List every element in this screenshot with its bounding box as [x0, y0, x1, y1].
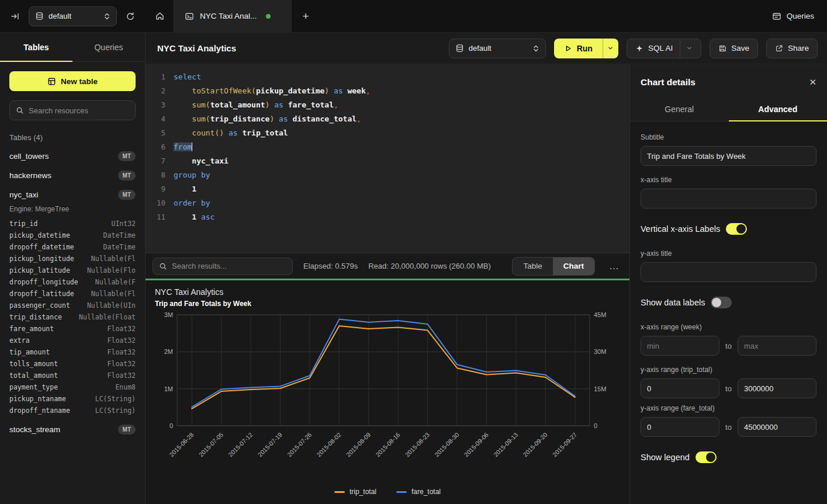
- results-search-input[interactable]: [172, 262, 286, 270]
- line-number: 11: [146, 210, 165, 224]
- tab-nyc-taxi-analytics[interactable]: NYC Taxi Anal...: [174, 0, 292, 32]
- column-row[interactable]: payment_typeEnum8: [0, 381, 145, 393]
- sidebar-tab-queries[interactable]: Queries: [72, 33, 145, 61]
- chart-subtitle: Trip and Fare Totals by Week: [155, 300, 620, 308]
- share-button[interactable]: Share: [766, 39, 818, 58]
- column-type: UInt32: [111, 220, 136, 228]
- column-row[interactable]: extraFloat32: [0, 335, 145, 346]
- view-tab-chart[interactable]: Chart: [553, 258, 594, 275]
- column-type: Float32: [108, 348, 136, 356]
- column-type: Nullable(F: [95, 278, 136, 286]
- refresh-button[interactable]: [122, 8, 139, 25]
- column-name: pickup_latitude: [9, 266, 70, 274]
- code-line[interactable]: 11 1 asc: [146, 210, 629, 224]
- x-axis-title-input[interactable]: [641, 189, 816, 208]
- column-type: Nullable(Float: [79, 313, 136, 321]
- vertical-x-labels-label: Vertical x-axis Labels: [641, 224, 720, 234]
- home-button[interactable]: [146, 0, 174, 32]
- column-type: Nullable(Flo: [87, 266, 136, 274]
- code-line[interactable]: 1select: [146, 70, 629, 84]
- x-range-min-input[interactable]: [641, 336, 719, 356]
- code-line[interactable]: 10order by: [146, 196, 629, 210]
- y-axis-title-input[interactable]: [641, 262, 816, 282]
- show-data-labels-toggle[interactable]: [711, 297, 732, 308]
- show-legend-toggle[interactable]: [695, 451, 717, 463]
- code-line[interactable]: 6from: [146, 140, 629, 154]
- code-line[interactable]: 4 sum(trip_distance) as distance_total,: [146, 112, 629, 126]
- y-range-trip-max-input[interactable]: [738, 378, 816, 398]
- column-name: trip_id: [9, 220, 37, 228]
- y-range-fare-max-input[interactable]: [738, 417, 816, 437]
- close-icon: ✕: [809, 77, 816, 87]
- sidebar-item-cell-towers[interactable]: cell_towers MT: [0, 147, 145, 166]
- sidebar-item-nyc-taxi[interactable]: nyc_taxi MT: [0, 185, 145, 204]
- code-line[interactable]: 7 nyc_taxi: [146, 154, 629, 168]
- column-row[interactable]: tolls_amountFloat32: [0, 358, 145, 370]
- code-line[interactable]: 3 sum(total_amount) as fare_total,: [146, 98, 629, 112]
- column-row[interactable]: passenger_countNullable(UIn: [0, 300, 145, 311]
- to-label: to: [725, 342, 732, 350]
- column-row[interactable]: dropoff_latitudeNullable(Fl: [0, 288, 145, 300]
- run-button[interactable]: Run: [554, 39, 603, 58]
- svg-text:1M: 1M: [164, 385, 173, 392]
- column-row[interactable]: pickup_ntanameLC(String): [0, 393, 145, 405]
- ellipsis-icon: …: [609, 260, 619, 272]
- sql-ai-label: SQL AI: [648, 44, 673, 53]
- panel-tabs: General Advanced: [630, 97, 827, 121]
- column-row[interactable]: tip_amountFloat32: [0, 346, 145, 358]
- subtitle-input[interactable]: [641, 146, 816, 166]
- line-number: 8: [146, 168, 165, 182]
- code-line[interactable]: 8group by: [146, 168, 629, 182]
- sidebar-tab-tables[interactable]: Tables: [0, 33, 72, 61]
- column-row[interactable]: fare_amountFloat32: [0, 323, 145, 335]
- more-options-button[interactable]: …: [605, 260, 622, 272]
- column-row[interactable]: pickup_datetimeDateTime: [0, 230, 145, 241]
- sql-ai-button[interactable]: SQL AI: [627, 39, 701, 58]
- sidebar-search-input[interactable]: [29, 106, 129, 115]
- code-line[interactable]: 2 toStartOfWeek(pickup_datetime) as week…: [146, 84, 629, 98]
- code-text: sum(total_amount) as fare_total,: [165, 98, 338, 112]
- panel-tab-general[interactable]: General: [630, 97, 729, 121]
- vertical-x-labels-toggle[interactable]: [726, 223, 747, 235]
- sidebar-item-hackernews[interactable]: hackernews MT: [0, 166, 145, 185]
- panel-tab-advanced[interactable]: Advanced: [729, 97, 827, 121]
- sql-editor[interactable]: 1select2 toStartOfWeek(pickup_datetime) …: [146, 64, 629, 253]
- close-panel-button[interactable]: ✕: [809, 77, 816, 88]
- sql-ai-options-button[interactable]: [680, 39, 693, 58]
- column-type: DateTime: [103, 231, 136, 239]
- column-row[interactable]: total_amountFloat32: [0, 370, 145, 381]
- new-tab-button[interactable]: +: [292, 0, 320, 32]
- legend-item-fare_total[interactable]: fare_total: [396, 488, 441, 496]
- engine-label: Engine: MergeTree: [0, 204, 145, 218]
- svg-text:0: 0: [594, 422, 597, 429]
- code-text: 1: [165, 182, 196, 196]
- line-number: 2: [146, 84, 165, 98]
- collapse-sidebar-button[interactable]: [7, 8, 23, 25]
- code-text: 1 asc: [165, 210, 214, 224]
- column-row[interactable]: dropoff_longitudeNullable(F: [0, 276, 145, 288]
- sidebar-item-stocks-stream[interactable]: stocks_stream MT: [0, 420, 145, 439]
- new-table-button[interactable]: New table: [9, 71, 136, 91]
- column-row[interactable]: trip_idUInt32: [0, 218, 145, 230]
- query-database-select[interactable]: default: [449, 39, 546, 58]
- view-tab-table[interactable]: Table: [513, 258, 552, 275]
- results-chart-svg[interactable]: 001M15M2M30M3M45M2015-06-282015-07-05201…: [155, 310, 620, 483]
- column-row[interactable]: trip_distanceNullable(Float: [0, 311, 145, 323]
- engine-badge: MT: [118, 151, 136, 161]
- y-range-trip-min-input[interactable]: [641, 378, 719, 398]
- column-row[interactable]: dropoff_datetimeDateTime: [0, 241, 145, 253]
- svg-text:2015-07-26: 2015-07-26: [286, 431, 313, 458]
- code-line[interactable]: 5 count() as trip_total: [146, 126, 629, 140]
- topbar-database-select[interactable]: default: [29, 6, 117, 26]
- run-options-button[interactable]: [603, 39, 618, 58]
- y-range-fare-min-input[interactable]: [641, 417, 719, 437]
- save-button[interactable]: Save: [710, 39, 758, 58]
- column-row[interactable]: pickup_latitudeNullable(Flo: [0, 265, 145, 276]
- column-row[interactable]: dropoff_ntanameLC(String): [0, 405, 145, 416]
- queries-button[interactable]: Queries: [759, 0, 827, 32]
- editor-column: 1select2 toStartOfWeek(pickup_datetime) …: [146, 64, 629, 504]
- x-range-max-input[interactable]: [738, 336, 816, 356]
- column-row[interactable]: pickup_longitudeNullable(Fl: [0, 253, 145, 265]
- legend-item-trip_total[interactable]: trip_total: [334, 488, 376, 496]
- code-line[interactable]: 9 1: [146, 182, 629, 196]
